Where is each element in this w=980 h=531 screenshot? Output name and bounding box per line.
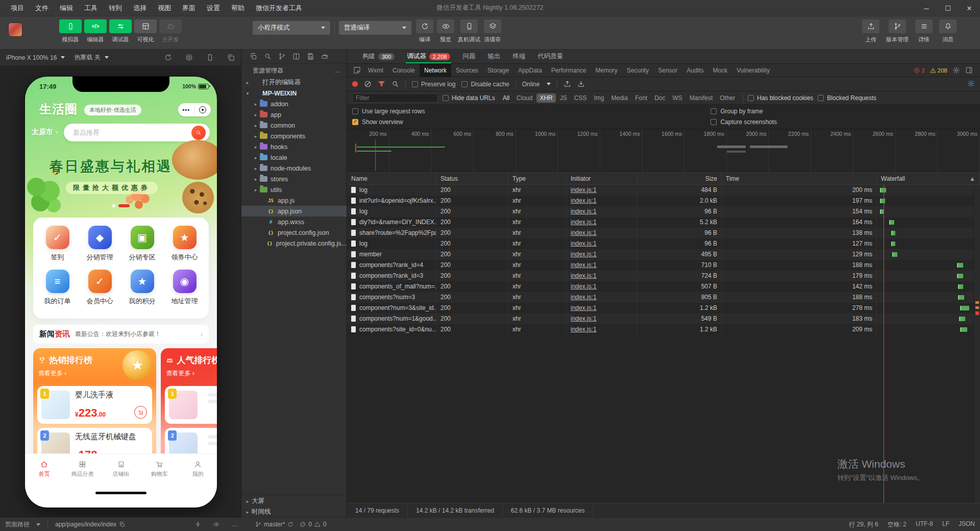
hot-reload-select[interactable]: 热重载 关	[74, 53, 108, 62]
city-selector[interactable]: 太原市 ˅	[32, 128, 58, 137]
request-name[interactable]: components?rank_id=3	[347, 271, 436, 281]
menu-entry[interactable]: ◉ 地址管理	[163, 270, 206, 306]
search-button[interactable]	[191, 126, 206, 140]
panel-tab[interactable]: 问题	[457, 50, 480, 64]
initiator-link[interactable]: index.js:1	[571, 294, 597, 301]
close-button[interactable]: ✕	[959, 0, 980, 16]
import-har-icon[interactable]	[564, 80, 571, 88]
request-name[interactable]: log	[347, 206, 436, 217]
tab-cart[interactable]: 购物车	[140, 461, 179, 478]
initiator-link[interactable]: index.js:1	[571, 251, 597, 258]
editor-status-item[interactable]: 空格: 2	[888, 520, 906, 529]
tree-item[interactable]: ▸ components	[241, 131, 347, 141]
menu-item[interactable]: 微信开发者工具	[250, 4, 308, 13]
teapot-icon[interactable]	[321, 53, 329, 60]
request-name[interactable]: component?num=3&site_id...	[347, 303, 436, 313]
initiator-link[interactable]: index.js:1	[571, 229, 597, 236]
expand-arrow[interactable]: ▸	[253, 166, 259, 171]
menu-item[interactable]: 选择	[128, 4, 152, 13]
split-layout-icon[interactable]	[292, 53, 300, 60]
tree-item[interactable]: # app.wxss	[241, 216, 347, 227]
mode-select[interactable]: 小程序模式	[253, 21, 330, 35]
menu-entry[interactable]: ▣ 分销专区	[121, 226, 163, 262]
initiator-link[interactable]: index.js:1	[571, 261, 597, 269]
request-name[interactable]: components?rank_id=4	[347, 260, 436, 271]
tab-mine[interactable]: 我的	[179, 461, 217, 478]
col-waterfall[interactable]: Waterfall▲	[877, 173, 980, 184]
cloud-dev-toggle[interactable]: 云开发	[159, 19, 182, 43]
maximize-button[interactable]: ☐	[937, 0, 959, 16]
editor-status-item[interactable]: LF	[942, 520, 949, 529]
expand-arrow[interactable]: ▸	[253, 102, 259, 107]
search-icon[interactable]	[391, 80, 399, 88]
device-select[interactable]: iPhone X 100% 16	[6, 54, 65, 61]
initiator-link[interactable]: index.js:1	[571, 208, 597, 215]
user-avatar[interactable]	[8, 22, 22, 37]
git-icon[interactable]	[278, 53, 286, 60]
product-item[interactable]: 1	[165, 386, 217, 424]
tab-categories[interactable]: 商品分类	[63, 461, 102, 478]
debug-tab[interactable]: Storage	[483, 64, 513, 77]
request-name[interactable]: components?num=1&good...	[347, 313, 436, 324]
simulator-toggle[interactable]: 模拟器	[59, 19, 82, 43]
tab-home[interactable]: 首页	[25, 461, 63, 478]
debug-tab[interactable]: Sources	[451, 64, 483, 77]
tree-item[interactable]: ▸ 打开的编辑器	[241, 77, 347, 88]
blocked-cookies-checkbox[interactable]: Has blocked cookies	[748, 94, 813, 102]
initiator-link[interactable]: index.js:1	[571, 186, 597, 194]
expand-arrow[interactable]: ▸	[244, 80, 251, 85]
copy-icon[interactable]	[119, 521, 125, 527]
request-name[interactable]: log	[347, 238, 436, 249]
request-row[interactable]: diy?id=&name=DIY_INDEX... 200 xhr index.…	[347, 217, 980, 228]
menu-item[interactable]: 项目	[5, 4, 30, 13]
debug-tab[interactable]: Vulnerability	[732, 64, 774, 77]
type-filter[interactable]: Doc	[651, 93, 668, 103]
expand-arrow[interactable]: ▸	[253, 123, 259, 128]
menu-item[interactable]: 文件	[30, 4, 54, 13]
editor-status-item[interactable]: UTF-8	[916, 520, 933, 529]
debug-tab[interactable]: Network	[420, 64, 451, 77]
tree-item[interactable]: ▸ node-modules	[241, 163, 347, 174]
export-har-icon[interactable]	[577, 80, 585, 88]
clear-icon[interactable]	[364, 80, 372, 88]
initiator-link[interactable]: index.js:1	[571, 304, 597, 311]
request-name[interactable]: components_of_mall?num=...	[347, 281, 436, 292]
panel-tab[interactable]: 调试器 2,208	[402, 50, 455, 64]
menu-item[interactable]: 帮助	[226, 4, 250, 13]
expand-arrow[interactable]: ▸	[253, 144, 259, 150]
preview-button[interactable]: 预览	[437, 19, 454, 43]
search-input[interactable]: 新品推荐	[64, 124, 210, 141]
dock-side-icon[interactable]	[965, 66, 973, 74]
more-actions-icon[interactable]: …	[335, 67, 341, 74]
problems-indicator[interactable]: 0 0	[300, 521, 326, 528]
rotate-icon[interactable]	[164, 54, 172, 61]
request-row[interactable]: components?num=1&good... 200 xhr index.j…	[347, 313, 980, 324]
request-row[interactable]: share?route=%2Fapp%2Fpa... 200 xhr index…	[347, 228, 980, 238]
panel-tab[interactable]: 输出	[482, 50, 505, 64]
minimize-button[interactable]: ─	[916, 0, 937, 16]
news-bar[interactable]: 新闻 资讯 最新公告：欢迎来到小店参观！ ›	[33, 325, 209, 344]
inspect-element-icon[interactable]	[350, 66, 363, 74]
group-by-frame-checkbox[interactable]: Group by frame	[710, 108, 777, 115]
expand-arrow[interactable]: ▸	[253, 155, 259, 160]
save-icon[interactable]	[307, 53, 314, 60]
initiator-link[interactable]: index.js:1	[571, 240, 597, 247]
type-filter[interactable]: XHR	[536, 93, 555, 103]
throttling-select[interactable]: Online	[522, 81, 551, 88]
type-filter[interactable]: Other	[717, 93, 738, 103]
disable-cache-checkbox[interactable]: Disable cache	[461, 81, 509, 88]
current-page-path[interactable]: app/pages/index/index	[55, 521, 125, 528]
editor-status-item[interactable]: 行 29, 列 6	[849, 520, 878, 529]
debug-tab[interactable]: Audits	[682, 64, 708, 77]
bottom-section[interactable]: ▸时间线	[241, 506, 347, 517]
bottom-section[interactable]: ▸大屏	[241, 496, 347, 506]
files-icon[interactable]	[250, 53, 257, 60]
type-filter[interactable]: CSS	[571, 93, 590, 103]
filter-funnel-icon[interactable]	[378, 80, 385, 88]
debug-tab[interactable]: Wxml	[363, 64, 388, 77]
type-filter[interactable]: Media	[608, 93, 631, 103]
initiator-link[interactable]: index.js:1	[571, 326, 597, 333]
col-size[interactable]: Size	[638, 173, 722, 184]
menu-entry[interactable]: ✓ 签到	[36, 226, 79, 262]
lightning-icon[interactable]	[195, 521, 201, 527]
